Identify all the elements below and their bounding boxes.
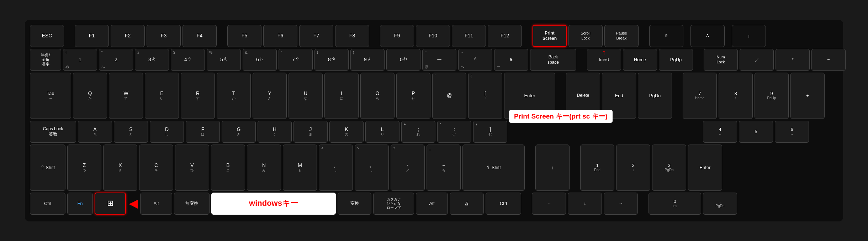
key-numpad-1[interactable]: 1End — [580, 145, 614, 191]
key-b[interactable]: Bこ — [211, 145, 245, 191]
key-t[interactable]: Tか — [217, 73, 251, 119]
key-numpad-4[interactable]: 4← — [703, 121, 737, 143]
key-underscore[interactable]: _−ろ — [427, 145, 461, 191]
key-num-lock[interactable]: NumLock — [704, 49, 738, 71]
key-f8[interactable]: F8 — [335, 25, 369, 47]
key-numpad-0[interactable]: 0Ins — [649, 193, 701, 215]
key-insert[interactable]: Insert ↑ — [587, 49, 621, 71]
key-z[interactable]: Zつ — [67, 145, 101, 191]
key-numpad-slash[interactable]: ／ — [740, 49, 774, 71]
key-numpad-asterisk[interactable]: * — [776, 49, 810, 71]
key-1[interactable]: !1ぬ — [63, 49, 97, 71]
key-2[interactable]: "2ふ — [99, 49, 133, 71]
key-7[interactable]: '7や — [279, 49, 313, 71]
key-0[interactable]: 0わ — [386, 49, 420, 71]
key-yen[interactable]: |¥ー — [494, 49, 528, 71]
key-numpad-enter[interactable]: Enter — [688, 145, 722, 191]
key-colon[interactable]: *:け — [437, 121, 471, 143]
key-f7[interactable]: F7 — [299, 25, 333, 47]
key-h[interactable]: Hく — [258, 121, 292, 143]
key-numpad-2[interactable]: 2↓ — [616, 145, 650, 191]
key-alt-left[interactable]: Alt — [140, 193, 172, 215]
key-numpad-6[interactable]: 6→ — [775, 121, 809, 143]
key-numpad-3[interactable]: 3PgDn — [652, 145, 686, 191]
key-numpad-8[interactable]: 8↑ — [719, 73, 753, 119]
key-o[interactable]: Oら — [360, 73, 395, 119]
key-5[interactable]: %5え — [207, 49, 241, 71]
key-scroll-lock[interactable]: ScrollLock — [568, 25, 603, 47]
key-numpad-blank3[interactable]: ↓ — [732, 25, 766, 47]
key-k[interactable]: Kの — [329, 121, 364, 143]
key-6[interactable]: &6お — [243, 49, 277, 71]
key-l[interactable]: Lり — [365, 121, 399, 143]
key-numpad-plus[interactable]: + — [790, 73, 825, 119]
key-windows[interactable]: ⊞ — [95, 193, 126, 215]
key-v[interactable]: Vひ — [175, 145, 209, 191]
key-q[interactable]: Qた — [73, 73, 107, 119]
key-y[interactable]: Yん — [253, 73, 287, 119]
key-space[interactable]: windowsキー — [211, 193, 336, 215]
key-numpad-5[interactable]: 5 — [739, 121, 773, 143]
key-f4[interactable]: F4 — [182, 25, 217, 47]
key-muhenkan[interactable]: 無変換 — [174, 193, 210, 215]
key-numpad-dot[interactable]: .PgDn — [703, 193, 737, 215]
key-numpad-7[interactable]: 7Home — [683, 73, 717, 119]
key-f[interactable]: Fは — [186, 121, 220, 143]
key-f10[interactable]: F10 — [416, 25, 450, 47]
key-pgdn[interactable]: PgDn — [638, 73, 672, 119]
key-slash[interactable]: ?・／ — [391, 145, 425, 191]
key-e[interactable]: Eい — [145, 73, 179, 119]
key-period[interactable]: >。． — [355, 145, 389, 191]
key-caret[interactable]: ~^へ — [458, 49, 492, 71]
key-r[interactable]: Rす — [181, 73, 215, 119]
key-f1[interactable]: F1 — [75, 25, 109, 47]
key-backspace[interactable]: Backspace — [530, 49, 576, 71]
key-ctrl-left[interactable]: Ctrl — [30, 193, 65, 215]
key-f3[interactable]: F3 — [147, 25, 181, 47]
key-caps-lock[interactable]: Caps Lock英数 — [30, 121, 76, 143]
key-8[interactable]: (8ゆ — [314, 49, 349, 71]
key-g[interactable]: Gき — [222, 121, 256, 143]
key-n[interactable]: Nみ — [247, 145, 281, 191]
key-s[interactable]: Sと — [114, 121, 148, 143]
key-print-screen[interactable]: PrintScreen — [533, 25, 567, 47]
key-bracket-close[interactable]: }]む — [473, 121, 507, 143]
key-ctrl-right[interactable]: Ctrl — [486, 193, 521, 215]
key-numpad-9[interactable]: 9PgUp — [755, 73, 789, 119]
key-numpad-blank2[interactable]: A — [690, 25, 725, 47]
key-i[interactable]: Iに — [324, 73, 359, 119]
key-comma[interactable]: <、， — [319, 145, 353, 191]
key-f2[interactable]: F2 — [111, 25, 145, 47]
key-shift-right[interactable]: ⇧ Shift — [462, 145, 525, 191]
key-katakana[interactable]: カタカナひらがなローマ字 — [373, 193, 414, 215]
key-menu[interactable]: 🖨 — [450, 193, 484, 215]
key-c[interactable]: Cそ — [139, 145, 173, 191]
key-henkan[interactable]: 変換 — [338, 193, 371, 215]
key-arrow-left[interactable]: ← — [532, 193, 566, 215]
key-9[interactable]: )9よ — [350, 49, 385, 71]
key-numpad-blank1[interactable]: 9 — [649, 25, 683, 47]
key-f9[interactable]: F9 — [380, 25, 414, 47]
key-shift-left[interactable]: ⇧ Shift — [30, 145, 65, 191]
key-fn[interactable]: Fn — [67, 193, 93, 215]
key-alt-right[interactable]: Alt — [416, 193, 448, 215]
key-arrow-right[interactable]: → — [604, 193, 638, 215]
key-semicolon[interactable]: +;れ — [401, 121, 435, 143]
key-f11[interactable]: F11 — [452, 25, 486, 47]
key-a[interactable]: Aち — [78, 121, 112, 143]
key-at[interactable]: `@ — [432, 73, 466, 119]
key-f5[interactable]: F5 — [227, 25, 261, 47]
key-pgup[interactable]: PgUp — [659, 49, 693, 71]
key-numpad-minus[interactable]: − — [811, 49, 846, 71]
key-p[interactable]: Pせ — [396, 73, 430, 119]
key-x[interactable]: Xさ — [103, 145, 137, 191]
key-minus[interactable]: =ーほ — [422, 49, 456, 71]
key-d[interactable]: Dし — [150, 121, 184, 143]
key-4[interactable]: $4う — [171, 49, 205, 71]
key-w[interactable]: Wて — [109, 73, 143, 119]
key-hankaku[interactable]: 半角/全角漢字 — [30, 49, 61, 71]
key-pause-break[interactable]: PauseBreak — [604, 25, 639, 47]
key-j[interactable]: Jま — [293, 121, 328, 143]
key-f6[interactable]: F6 — [263, 25, 297, 47]
key-m[interactable]: Mも — [283, 145, 317, 191]
